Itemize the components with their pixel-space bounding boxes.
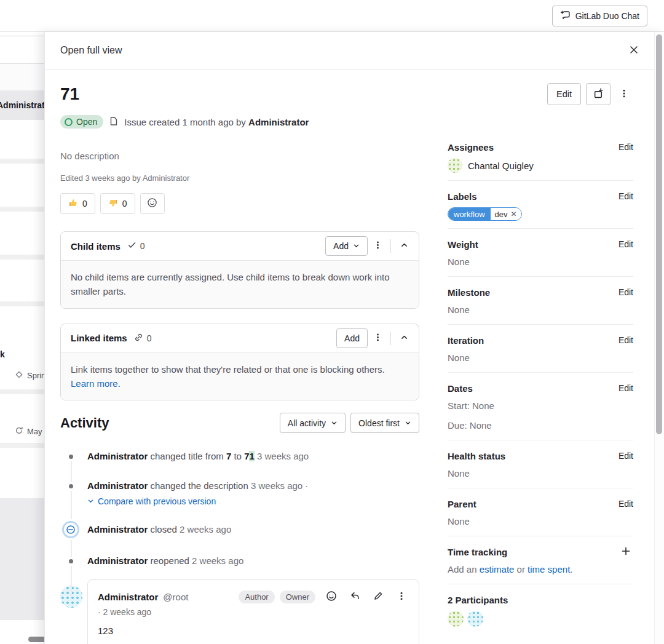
smiley-icon — [326, 590, 337, 603]
bg-selected-row: Administrator — [0, 90, 44, 120]
pencil-icon — [373, 591, 383, 603]
remove-label-icon[interactable]: ✕ — [511, 210, 517, 218]
child-items-card: Child items 0 Add — [60, 231, 419, 309]
learn-more-link[interactable]: Learn more. — [71, 378, 121, 389]
participant-avatar[interactable] — [467, 611, 483, 627]
drawer-header: Open full view — [45, 32, 664, 70]
time-tracking-add-button[interactable] — [619, 544, 633, 559]
parent-value: None — [448, 515, 633, 528]
compare-previous-version-link[interactable]: Compare with previous version — [87, 495, 419, 507]
plus-icon — [621, 546, 631, 558]
bg-row — [0, 64, 44, 90]
chevron-up-icon — [400, 333, 408, 343]
sidebar-section-labels: Labels Edit workflow dev ✕ — [448, 181, 633, 229]
linked-items-collapse-button[interactable] — [394, 328, 414, 348]
award-emoji-row: 0 0 — [60, 193, 419, 214]
copy-reference-button[interactable] — [586, 83, 611, 105]
add-reaction-button[interactable] — [140, 193, 165, 214]
dates-edit-button[interactable]: Edit — [619, 383, 633, 393]
estimate-link[interactable]: estimate — [480, 564, 515, 574]
linked-items-count: 0 — [134, 333, 152, 344]
empty-description-text: No description — [60, 151, 419, 161]
bg-text-fragment: k — [0, 349, 5, 359]
assignees-edit-button[interactable]: Edit — [619, 142, 633, 152]
bg-gap — [0, 389, 44, 394]
comment-author: Administrator — [98, 592, 158, 602]
linked-items-more-button[interactable] — [368, 328, 387, 348]
thumbs-down-button[interactable]: 0 — [100, 193, 135, 214]
duo-chat-label: GitLab Duo Chat — [575, 11, 639, 21]
child-items-collapse-button[interactable] — [394, 236, 414, 256]
comment-more-button[interactable] — [394, 589, 409, 604]
comment-reply-button[interactable] — [347, 589, 362, 604]
drawer-scrollbar-thumb[interactable] — [656, 34, 662, 434]
issue-more-actions-button[interactable] — [615, 83, 633, 105]
edit-issue-button[interactable]: Edit — [547, 83, 581, 105]
health-status-value: None — [448, 467, 633, 480]
assignee-avatar — [448, 158, 462, 173]
dates-title: Dates — [448, 383, 473, 394]
comment-edit-button[interactable] — [371, 589, 385, 604]
sidebar-section-weight: Weight Edit None — [448, 229, 633, 277]
participants-row — [448, 611, 633, 627]
issue-drawer: Open full view 71 Edit — [44, 32, 664, 644]
iteration-value: None — [448, 351, 633, 365]
comment-add-reaction-button[interactable] — [324, 589, 339, 604]
timeline-event-reopened: Administrator reopened 2 weeks ago — [60, 555, 419, 567]
activity-sort-dropdown[interactable]: Oldest first — [350, 413, 419, 433]
child-items-more-button[interactable] — [368, 236, 387, 256]
linked-items-add-button[interactable]: Add — [336, 328, 368, 348]
open-full-view-link[interactable]: Open full view — [60, 45, 122, 56]
close-icon — [629, 45, 639, 57]
timeline-event-closed: Administrator closed 2 weeks ago — [60, 523, 419, 536]
weight-title: Weight — [448, 239, 478, 250]
comment-author-avatar[interactable] — [60, 586, 82, 608]
iteration-title: Iteration — [448, 335, 484, 346]
health-status-title: Health status — [448, 451, 505, 461]
time-tracking-hint: Add an estimate or time spent. — [448, 563, 633, 576]
background-page: Administrator k Sprint 1 May 23 — [0, 32, 44, 644]
close-drawer-button[interactable] — [625, 42, 642, 59]
thumbs-up-icon — [68, 198, 78, 210]
issue-sidebar: Assignees Edit Chantal Quigley Labels Ed… — [448, 141, 633, 634]
activity-filter-dropdown[interactable]: All activity — [280, 413, 346, 433]
chevron-down-icon — [87, 495, 94, 507]
parent-edit-button[interactable]: Edit — [619, 499, 633, 509]
linked-items-header: Linked items 0 Add — [61, 324, 419, 352]
thumbs-down-icon — [108, 198, 118, 210]
new-window-plus-icon — [593, 88, 604, 100]
bg-divider — [0, 63, 44, 64]
issue-title: 71 — [60, 82, 79, 106]
sidebar-section-milestone: Milestone Edit None — [448, 277, 633, 325]
iteration-icon — [15, 426, 23, 437]
sidebar-section-iteration: Iteration Edit None — [448, 325, 633, 373]
health-status-edit-button[interactable]: Edit — [619, 451, 633, 461]
gitlab-duo-chat-button[interactable]: GitLab Duo Chat — [552, 6, 647, 26]
linked-items-title: Linked items — [71, 333, 127, 343]
labels-edit-button[interactable]: Edit — [619, 191, 633, 201]
label-value: dev — [495, 210, 508, 219]
comment-card: Administrator @root Author Owner — [87, 579, 419, 644]
milestone-value: None — [448, 303, 633, 317]
chevron-down-icon — [331, 418, 338, 428]
main-column: No description Edited 3 weeks ago by Adm… — [60, 141, 419, 644]
thumbs-up-button[interactable]: 0 — [60, 193, 95, 214]
assignee-row[interactable]: Chantal Quigley — [448, 158, 633, 173]
label-scope: workflow — [448, 208, 491, 220]
title-actions: Edit — [547, 83, 633, 105]
issue-meta-row: Open Issue created 1 month ago by Admini… — [60, 115, 633, 129]
child-items-add-button[interactable]: Add — [325, 236, 368, 256]
bg-gap — [0, 159, 44, 164]
weight-edit-button[interactable]: Edit — [619, 239, 633, 249]
scoped-label-workflow-dev[interactable]: workflow dev ✕ — [448, 207, 522, 221]
child-items-empty-text: No child items are currently assigned. U… — [61, 260, 419, 308]
time-spent-link[interactable]: time spent — [528, 564, 570, 574]
open-status-icon — [65, 118, 73, 126]
milestone-edit-button[interactable]: Edit — [619, 287, 633, 297]
reply-icon — [350, 590, 360, 603]
iteration-edit-button[interactable]: Edit — [619, 335, 633, 345]
comment-row: Administrator @root Author Owner — [60, 579, 419, 644]
bg-gap — [0, 443, 44, 448]
participant-avatar[interactable] — [448, 611, 464, 627]
duo-chat-icon — [560, 10, 571, 22]
